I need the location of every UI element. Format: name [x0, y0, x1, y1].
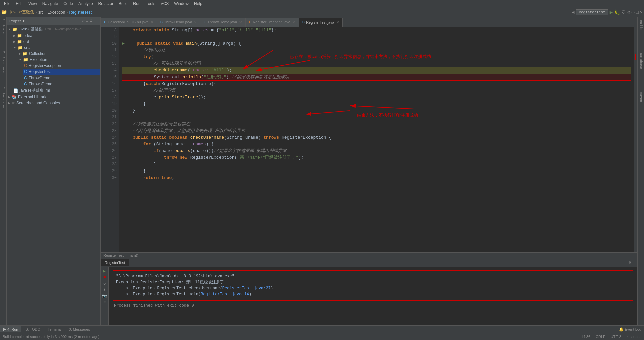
registertest-icon: C — [24, 69, 27, 74]
right-sidebar: Build Database Maven — [637, 17, 644, 325]
menu-vcs[interactable]: VCS — [158, 1, 172, 6]
tree-src[interactable]: ▼ 📁 src — [12, 45, 100, 51]
tree-idea[interactable]: ▶ 📁 .idea — [12, 33, 100, 39]
bottom-tab-run[interactable]: ▶ 4: Run — [0, 326, 21, 332]
line-sep-indicator[interactable]: CRLF — [596, 335, 605, 339]
code-line-9 — [122, 34, 631, 40]
tree-root[interactable]: ▼ 📁 javase基础集 F:\IDEAworkSpace\Java — [7, 26, 100, 33]
tree-collection[interactable]: ▶ 📁 Collection — [17, 51, 100, 57]
tree-out[interactable]: ▶ 📁 out — [12, 39, 100, 45]
tree-iml[interactable]: 📄 javase基础集.iml — [12, 87, 100, 94]
code-line-13: // 可能出现异常的代码 — [122, 60, 631, 67]
tree-external-libraries[interactable]: ▶ 📚 External Libraries — [7, 94, 100, 100]
favorites-panel-icon[interactable]: 2: Favorites — [2, 87, 5, 109]
tab-throwsdemo[interactable]: C ThrowsDemo.java ✕ — [200, 18, 246, 27]
debug-icon[interactable]: 🐛 — [614, 9, 620, 15]
tree-registerexception[interactable]: C RegisterException — [23, 63, 100, 69]
menu-file[interactable]: File — [1, 1, 13, 6]
tab-registertest[interactable]: C RegisterTest.java ✕ — [299, 18, 343, 27]
throwdemo-label: ThrowDemo — [29, 76, 50, 80]
menu-tools[interactable]: Tools — [143, 1, 158, 6]
root-arrow: ▼ — [8, 28, 11, 31]
collection-arrow: ▶ — [19, 52, 21, 55]
code-line-26: if(name.equals(uname)){//如果名字在这里面 就抛出登陆异… — [122, 148, 631, 154]
event-log-label[interactable]: Event Log — [625, 327, 641, 331]
encoding-indicator[interactable]: UTF-8 — [611, 335, 621, 339]
tree-throwsdemo[interactable]: C ThrowsDemo — [23, 81, 100, 87]
run-tabs: RegisterTest ⚙ — — [101, 258, 637, 267]
menu-code[interactable]: Code — [61, 1, 76, 6]
back-icon[interactable]: ◀ — [572, 9, 574, 15]
run-link-1[interactable]: RegisterTest.java:27 — [222, 286, 271, 291]
run-rerun-icon[interactable]: ↺ — [103, 281, 106, 286]
locate-icon[interactable]: ⊕ — [82, 19, 85, 23]
run-link-2[interactable]: RegisterTest.java:14 — [201, 292, 249, 297]
run-stop-icon[interactable]: ■ — [103, 275, 106, 280]
menu-navigate[interactable]: Navigate — [40, 1, 61, 6]
run-icon[interactable]: ▶ — [610, 9, 613, 16]
code-editor[interactable]: private static String[] names = {"bill",… — [119, 27, 634, 252]
menu-window[interactable]: Window — [171, 1, 191, 6]
tab-close4[interactable]: ✕ — [292, 20, 295, 24]
error-indicator — [635, 54, 636, 60]
bottom-tab-messages[interactable]: 0: Messages — [66, 327, 93, 332]
maximize-icon[interactable]: □ — [636, 10, 638, 15]
run-play-icon[interactable]: ▶ — [103, 269, 106, 274]
src-arrow: ▼ — [13, 46, 16, 49]
coverage-icon[interactable]: 🛡 — [621, 10, 626, 15]
out-arrow: ▶ — [13, 40, 16, 43]
settings-run-icon[interactable]: ⚙ — [629, 260, 631, 265]
tab-throwdemo[interactable]: C ThrowDemo.java ✕ — [157, 18, 200, 27]
panel-dropdown-icon[interactable]: ▼ — [22, 19, 25, 23]
run-line-3: at Exception.RegisterTest.checkUsername(… — [116, 285, 630, 291]
menu-analyze[interactable]: Analyze — [76, 1, 96, 6]
bottom-tab-terminal[interactable]: Terminal — [44, 327, 65, 332]
tab-close[interactable]: ✕ — [151, 20, 153, 24]
run-filter-icon[interactable]: ≡ — [103, 300, 106, 305]
tab-close5[interactable]: ✕ — [336, 20, 339, 24]
run-tab-active[interactable]: RegisterTest — [101, 259, 129, 266]
gear-icon[interactable]: ⚙ — [89, 19, 93, 23]
menu-build[interactable]: Build — [116, 1, 130, 6]
run-scroll-icon[interactable]: ⬇ — [103, 287, 106, 292]
tab-close2[interactable]: ✕ — [194, 20, 197, 24]
collapse-icon[interactable]: ≡ — [86, 19, 88, 23]
main-layout: 1: Project Z: Structure 2: Favorites Pro… — [0, 17, 644, 325]
structure-panel-icon[interactable]: Z: Structure — [2, 51, 5, 73]
code-line-15: System.out.println("注册成功");//如果没有异常就是注册成… — [122, 74, 631, 81]
bottom-tab-todo[interactable]: 6: TODO — [22, 327, 44, 332]
project-panel-icon[interactable]: 1: Project — [2, 19, 5, 37]
close-run-icon[interactable]: — — [632, 260, 635, 265]
tree-scratches[interactable]: ▶ ✏ Scratches and Consoles — [7, 100, 100, 106]
settings-icon[interactable]: ⚙ — [627, 9, 630, 15]
database-sidebar-icon[interactable]: Database — [638, 52, 643, 70]
maven-sidebar-icon[interactable]: Maven — [638, 91, 643, 103]
tree-registertest[interactable]: C RegisterTest — [23, 69, 100, 75]
run-config[interactable]: RegisterTest — [576, 9, 608, 15]
panel-title: Project — [9, 19, 21, 23]
menu-edit[interactable]: Edit — [13, 1, 25, 6]
tree-throwdemo[interactable]: C ThrowDemo — [23, 75, 100, 81]
line-col-indicator[interactable]: 14:36 — [581, 335, 591, 339]
run-gutter-arrow: ▶ — [122, 40, 125, 47]
bottom-tabs: ▶ 4: Run 6: TODO Terminal 0: Messages 🔔 … — [0, 325, 644, 333]
indent-indicator[interactable]: 4 spaces — [627, 335, 641, 339]
build-status: Build completed successfully in 3 s 902 … — [3, 335, 100, 339]
menu-help[interactable]: Help — [191, 1, 205, 6]
build-sidebar-icon[interactable]: Build — [638, 19, 643, 32]
menu-view[interactable]: View — [25, 1, 40, 6]
panel-header: Project ▼ ⊕ ≡ ⚙ — — [7, 17, 100, 25]
tab-collectiondoudizhu[interactable]: C CollectionDouDIZhu.java ✕ — [101, 18, 157, 27]
tab-close3[interactable]: ✕ — [239, 20, 242, 24]
code-line-30: return true; — [122, 175, 631, 181]
panel-close-icon[interactable]: — — [94, 19, 98, 23]
minimize-icon[interactable]: ▭ — [632, 9, 634, 15]
breadcrumb-method: main() — [128, 253, 138, 257]
menu-run[interactable]: Run — [130, 1, 143, 6]
tree-exception[interactable]: ▼ 📁 Exception — [17, 57, 100, 63]
scrollbar[interactable] — [634, 27, 637, 252]
run-camera-icon[interactable]: 📷 — [102, 294, 107, 299]
tab-registerexception[interactable]: C RegisterException.java ✕ — [246, 18, 299, 27]
menu-refactor[interactable]: Refactor — [96, 1, 116, 6]
close-icon[interactable]: ✕ — [640, 9, 643, 15]
